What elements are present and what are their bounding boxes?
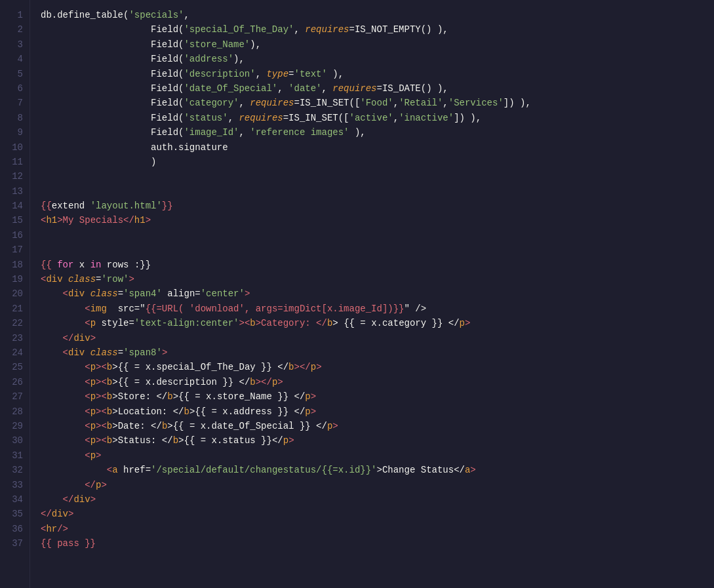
code-line-8: Field('status', requires=IS_IN_SET(['act… [41,111,714,125]
code-line-4: Field('address'), [41,52,714,66]
code-editor: 1234567891011121314151617181920212223242… [0,0,714,588]
code-line-6: Field('date_Of_Special', 'date', require… [41,81,714,96]
line-number-26: 26 [10,375,23,389]
code-line-20: <div class='span4' align='center'> [41,286,714,301]
line-number-35: 35 [10,507,23,521]
code-line-35: </div> [41,507,714,521]
code-line-27: <p><b>Store: </b>{{ = x.store_Name }} </… [41,389,714,404]
line-number-21: 21 [10,302,23,316]
code-line-9: Field('image_Id', 'reference images' ), [41,125,714,140]
code-line-31: <p> [41,448,714,463]
line-number-8: 8 [10,111,23,125]
code-line-36: <hr/> [41,522,714,536]
code-line-7: Field('category', requires=IS_IN_SET(['F… [41,96,714,110]
line-number-16: 16 [10,228,23,243]
code-line-1: db.define_table('specials', [41,8,714,22]
code-line-33: </p> [41,478,714,492]
line-number-22: 22 [10,316,23,330]
line-number-6: 6 [10,81,23,96]
code-line-13 [41,184,714,199]
line-number-12: 12 [10,169,23,184]
line-number-17: 17 [10,243,23,257]
code-line-21: <img src="{{=URL( 'download', args=imgDi… [41,302,714,316]
code-line-23: </div> [41,331,714,345]
line-number-7: 7 [10,96,23,110]
code-line-10: auth.signature [41,140,714,155]
line-number-32: 32 [10,463,23,477]
line-number-13: 13 [10,184,23,199]
code-line-25: <p><b>{{ = x.special_Of_The_Day }} </b><… [41,360,714,374]
code-line-3: Field('store_Name'), [41,37,714,52]
line-number-19: 19 [10,272,23,286]
code-line-30: <p><b>Status: </b>{{ = x.status }}</p> [41,433,714,448]
line-number-4: 4 [10,52,23,66]
line-number-14: 14 [10,199,23,213]
code-line-26: <p><b>{{ = x.description }} </b></p> [41,375,714,389]
line-number-11: 11 [10,155,23,169]
code-line-5: Field('description', type='text' ), [41,67,714,81]
line-number-23: 23 [10,331,23,345]
code-line-16 [41,228,714,243]
code-content[interactable]: db.define_table('specials', Field('speci… [30,0,714,588]
code-line-17 [41,243,714,257]
code-line-12 [41,169,714,184]
code-line-37: {{ pass }} [41,536,714,551]
line-number-3: 3 [10,37,23,52]
line-number-25: 25 [10,360,23,374]
code-line-29: <p><b>Date: </b>{{ = x.date_Of_Special }… [41,419,714,433]
line-number-36: 36 [10,522,23,536]
code-line-28: <p><b>Location: </b>{{ = x.address }} </… [41,404,714,419]
code-line-22: <p style='text-align:center'><b>Category… [41,316,714,330]
code-line-11: ) [41,155,714,169]
line-number-31: 31 [10,448,23,463]
code-line-24: <div class='span8'> [41,345,714,360]
line-number-37: 37 [10,536,23,551]
code-line-15: <h1>My Specials</h1> [41,213,714,227]
line-number-29: 29 [10,419,23,433]
line-number-1: 1 [10,8,23,22]
line-number-30: 30 [10,433,23,448]
code-line-32: <a href='/special/default/changestatus/{… [41,463,714,477]
line-number-15: 15 [10,213,23,227]
line-number-33: 33 [10,478,23,492]
code-line-2: Field('special_Of_The_Day', requires=IS_… [41,22,714,37]
line-number-24: 24 [10,345,23,360]
line-number-34: 34 [10,492,23,507]
code-line-18: {{ for x in rows :}} [41,258,714,272]
line-number-5: 5 [10,67,23,81]
line-number-28: 28 [10,404,23,419]
code-line-34: </div> [41,492,714,507]
line-number-18: 18 [10,258,23,272]
code-line-19: <div class='row'> [41,272,714,286]
line-number-2: 2 [10,22,23,37]
line-number-27: 27 [10,389,23,404]
code-line-14: {{extend 'layout.html'}} [41,199,714,213]
line-number-9: 9 [10,125,23,140]
line-numbers-gutter: 1234567891011121314151617181920212223242… [0,0,30,588]
line-number-20: 20 [10,286,23,301]
line-number-10: 10 [10,140,23,155]
